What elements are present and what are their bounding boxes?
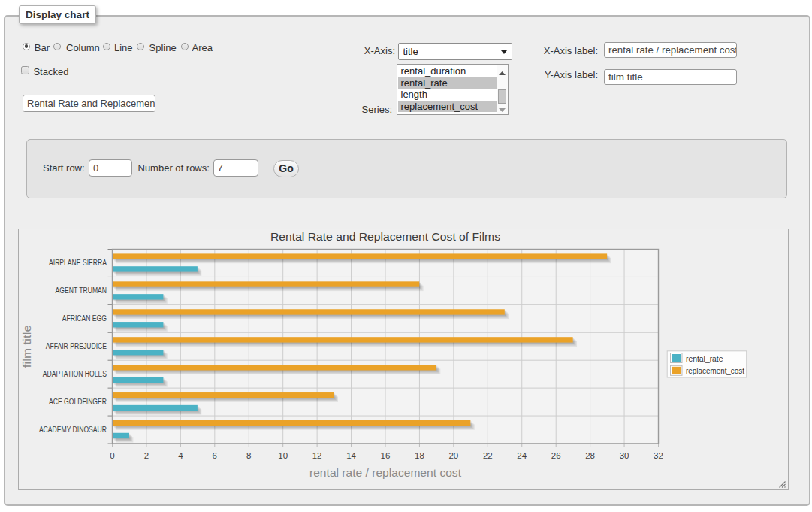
svg-text:film title: film title bbox=[21, 325, 33, 368]
svg-text:26: 26 bbox=[551, 451, 561, 460]
svg-text:20: 20 bbox=[448, 451, 458, 460]
svg-text:28: 28 bbox=[585, 451, 595, 460]
svg-text:ADAPTATION HOLES: ADAPTATION HOLES bbox=[43, 370, 107, 378]
svg-text:0: 0 bbox=[110, 451, 114, 460]
svg-text:14: 14 bbox=[346, 451, 356, 460]
svg-text:8: 8 bbox=[246, 451, 251, 460]
svg-text:4: 4 bbox=[178, 451, 183, 460]
svg-text:18: 18 bbox=[415, 451, 424, 460]
svg-text:AFRICAN EGG: AFRICAN EGG bbox=[62, 314, 107, 323]
svg-text:rental rate / replacement cost: rental rate / replacement cost bbox=[309, 466, 462, 479]
svg-text:16: 16 bbox=[381, 451, 391, 460]
svg-text:10: 10 bbox=[278, 451, 288, 460]
svg-text:rental_rate: rental_rate bbox=[686, 354, 723, 363]
svg-text:AFFAIR PREJUDICE: AFFAIR PREJUDICE bbox=[46, 342, 107, 350]
svg-text:24: 24 bbox=[517, 451, 527, 460]
svg-text:AGENT TRUMAN: AGENT TRUMAN bbox=[56, 286, 107, 295]
svg-text:12: 12 bbox=[312, 451, 322, 460]
svg-text:32: 32 bbox=[654, 451, 663, 460]
svg-text:22: 22 bbox=[483, 451, 493, 460]
svg-text:Rental Rate and Replacement Co: Rental Rate and Replacement Cost of Film… bbox=[270, 230, 500, 243]
svg-text:AIRPLANE SIERRA: AIRPLANE SIERRA bbox=[49, 259, 107, 267]
svg-text:ACE GOLDFINGER: ACE GOLDFINGER bbox=[49, 398, 107, 406]
svg-text:6: 6 bbox=[213, 451, 217, 460]
svg-text:2: 2 bbox=[144, 451, 149, 460]
svg-text:ACADEMY DINOSAUR: ACADEMY DINOSAUR bbox=[39, 426, 107, 434]
svg-text:replacement_cost: replacement_cost bbox=[686, 366, 745, 375]
svg-text:30: 30 bbox=[620, 451, 629, 460]
